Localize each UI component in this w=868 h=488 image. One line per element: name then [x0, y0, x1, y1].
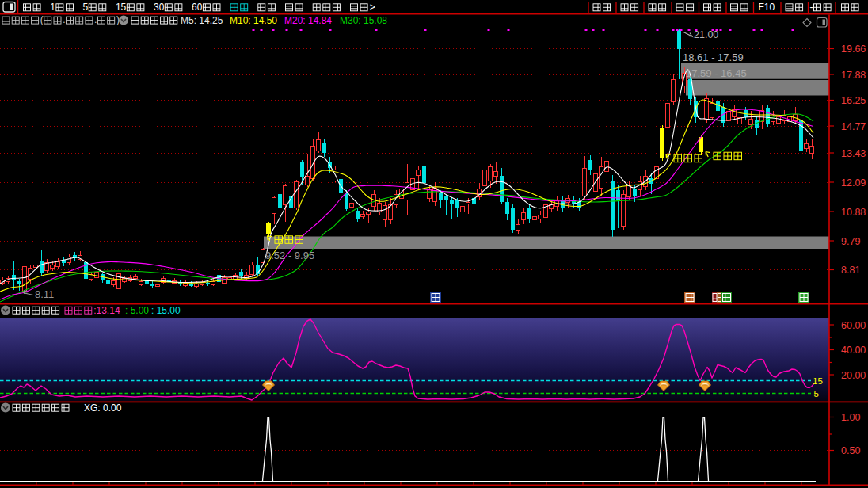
svg-text:F10: F10 [759, 2, 775, 13]
svg-text:18.61 - 17.59: 18.61 - 17.59 [683, 51, 744, 63]
svg-text:: 5.00: : 5.00 [125, 305, 149, 316]
svg-text:60: 60 [192, 2, 203, 13]
svg-text:5: 5 [814, 389, 819, 398]
svg-text:>: > [370, 2, 375, 13]
svg-text:8.11: 8.11 [35, 288, 54, 300]
svg-text:1.00: 1.00 [841, 412, 860, 423]
svg-text:30: 30 [154, 2, 165, 13]
svg-text:9.52 - 9.95: 9.52 - 9.95 [265, 250, 314, 261]
svg-text:15: 15 [116, 2, 127, 13]
svg-text:20.00: 20.00 [841, 370, 866, 381]
svg-text:10.88: 10.88 [841, 207, 866, 218]
svg-text:15: 15 [813, 376, 823, 386]
svg-text:0.50: 0.50 [841, 445, 860, 456]
svg-text:14.77: 14.77 [841, 121, 866, 132]
svg-text:5: 5 [83, 2, 89, 13]
svg-text:17.59 - 16.45: 17.59 - 16.45 [686, 67, 747, 79]
svg-text:9.79: 9.79 [841, 236, 860, 247]
svg-text:12.09: 12.09 [841, 177, 866, 189]
svg-text:1: 1 [50, 2, 55, 13]
svg-text:M30: 15.08: M30: 15.08 [340, 15, 387, 26]
svg-text:8.81: 8.81 [841, 265, 860, 276]
svg-text:M10: 14.50: M10: 14.50 [230, 15, 277, 26]
svg-text:: 15.00: : 15.00 [151, 305, 181, 316]
svg-text:(: ( [40, 14, 44, 25]
svg-text:60.00: 60.00 [841, 320, 866, 331]
svg-text:XG: 0.00: XG: 0.00 [84, 402, 122, 414]
svg-text:19.66: 19.66 [841, 44, 866, 55]
svg-text::13.14: :13.14 [93, 305, 120, 316]
svg-text:17.88: 17.88 [841, 70, 866, 81]
svg-text:13.43: 13.43 [841, 148, 866, 159]
svg-text:M5: 14.25: M5: 14.25 [181, 15, 223, 26]
svg-text:.: . [63, 14, 65, 25]
svg-text:40.00: 40.00 [841, 345, 866, 356]
svg-text:M20: 14.84: M20: 14.84 [284, 15, 332, 26]
svg-text:21.00: 21.00 [694, 29, 718, 40]
svg-text:16.25: 16.25 [841, 95, 866, 106]
svg-text:-: - [810, 2, 813, 13]
svg-text:.: . [94, 14, 97, 25]
